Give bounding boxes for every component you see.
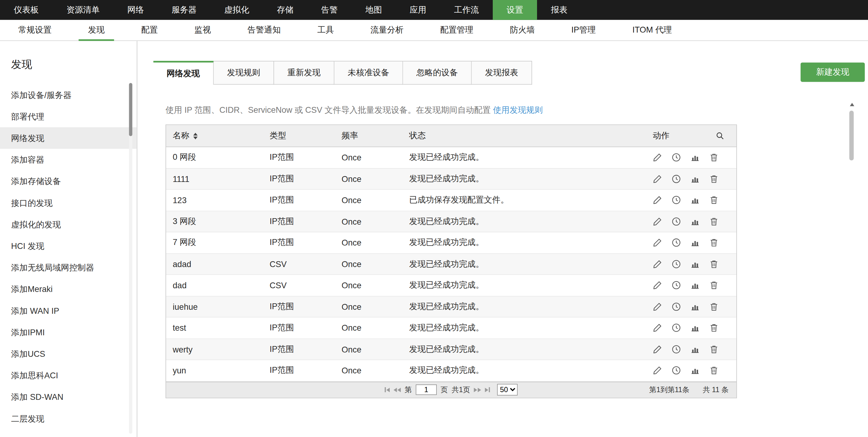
top-nav-item[interactable]: 设置 — [493, 0, 537, 20]
delete-icon[interactable] — [709, 196, 719, 205]
delete-icon[interactable] — [709, 217, 719, 226]
delete-icon[interactable] — [709, 344, 719, 354]
schedule-icon[interactable] — [672, 302, 681, 311]
sidebar-item[interactable]: 添加IPMI — [0, 322, 137, 343]
sidebar-item[interactable]: 添加无线局域网控制器 — [0, 257, 137, 278]
sidebar-item[interactable]: 添加设备/服务器 — [0, 84, 137, 106]
top-nav-item[interactable]: 工作流 — [440, 0, 493, 20]
main-scrollbar-thumb[interactable] — [849, 111, 854, 160]
top-nav-item[interactable]: 地图 — [351, 0, 396, 20]
sidebar-item[interactable]: 添加 WAN IP — [0, 300, 137, 322]
edit-icon[interactable] — [653, 174, 662, 184]
edit-icon[interactable] — [653, 302, 662, 311]
edit-icon[interactable] — [653, 280, 662, 290]
results-icon[interactable] — [690, 259, 700, 269]
cell-name[interactable]: iuehue — [166, 302, 263, 311]
delete-icon[interactable] — [709, 302, 719, 311]
previous-page-icon[interactable] — [394, 388, 401, 392]
sidebar-scrollbar[interactable] — [129, 83, 132, 434]
sort-icon[interactable] — [193, 132, 197, 139]
edit-icon[interactable] — [653, 196, 662, 205]
sidebar-item[interactable]: 添加容器 — [0, 149, 137, 170]
sub-nav-item[interactable]: 发现 — [70, 20, 123, 40]
results-icon[interactable] — [690, 323, 700, 333]
edit-icon[interactable] — [653, 259, 662, 269]
tab[interactable]: 网络发现 — [154, 61, 214, 85]
edit-icon[interactable] — [653, 238, 662, 247]
sub-nav-item[interactable]: 配置 — [123, 20, 176, 40]
sidebar-item[interactable]: 虚拟化的发现 — [0, 213, 137, 235]
delete-icon[interactable] — [709, 280, 719, 290]
page-size-select[interactable]: 50 — [497, 384, 518, 396]
table-row[interactable]: 1111 IP范围 Once 发现已经成功完成。 — [166, 168, 736, 190]
schedule-icon[interactable] — [672, 153, 681, 162]
sub-nav-item[interactable]: 常规设置 — [0, 20, 70, 40]
cell-name[interactable]: 123 — [166, 196, 263, 205]
sidebar-item[interactable]: 添加思科ACI — [0, 365, 137, 386]
search-icon[interactable] — [716, 132, 724, 140]
results-icon[interactable] — [690, 174, 700, 184]
sub-nav-item[interactable]: 工具 — [299, 20, 352, 40]
sub-nav-item[interactable]: 流量分析 — [352, 20, 422, 40]
results-icon[interactable] — [690, 196, 700, 205]
sub-nav-item[interactable]: 防火墙 — [492, 20, 553, 40]
sidebar-item[interactable]: 添加Meraki — [0, 278, 137, 300]
edit-icon[interactable] — [653, 153, 662, 162]
cell-name[interactable]: adad — [166, 259, 263, 269]
table-row[interactable]: werty IP范围 Once 发现已经成功完成。 — [166, 339, 736, 360]
results-icon[interactable] — [690, 344, 700, 354]
cell-name[interactable]: test — [166, 323, 263, 333]
table-row[interactable]: 123 IP范围 Once 已成功保存发现配置文件。 — [166, 190, 736, 211]
schedule-icon[interactable] — [672, 366, 681, 375]
discovery-rules-link[interactable]: 使用发现规则 — [493, 105, 543, 114]
sidebar-item[interactable]: 添加UCS — [0, 343, 137, 365]
tab[interactable]: 发现规则 — [214, 61, 274, 85]
sidebar-item[interactable]: HCI 发现 — [0, 235, 137, 257]
edit-icon[interactable] — [653, 323, 662, 333]
tab[interactable]: 未核准设备 — [334, 61, 403, 85]
scroll-up-icon[interactable] — [850, 103, 854, 106]
sub-nav-item[interactable]: 监视 — [176, 20, 229, 40]
top-nav-item[interactable]: 告警 — [307, 0, 351, 20]
sidebar-scrollbar-thumb[interactable] — [129, 83, 132, 136]
next-page-icon[interactable] — [474, 388, 481, 392]
table-row[interactable]: test IP范围 Once 发现已经成功完成。 — [166, 317, 736, 339]
schedule-icon[interactable] — [672, 238, 681, 247]
sub-nav-item[interactable]: 告警通知 — [229, 20, 299, 40]
column-name[interactable]: 名称 — [166, 131, 263, 141]
edit-icon[interactable] — [653, 217, 662, 226]
schedule-icon[interactable] — [672, 217, 681, 226]
delete-icon[interactable] — [709, 153, 719, 162]
top-nav-item[interactable]: 应用 — [396, 0, 440, 20]
delete-icon[interactable] — [709, 259, 719, 269]
top-nav-item[interactable]: 资源清单 — [53, 0, 114, 20]
sidebar-item[interactable]: 部署代理 — [0, 106, 137, 127]
top-nav-item[interactable]: 仪表板 — [0, 0, 53, 20]
delete-icon[interactable] — [709, 174, 719, 184]
results-icon[interactable] — [690, 153, 700, 162]
page-number-input[interactable] — [416, 384, 437, 395]
schedule-icon[interactable] — [672, 196, 681, 205]
cell-name[interactable]: dad — [166, 280, 263, 290]
table-row[interactable]: dad CSV Once 发现已经成功完成。 — [166, 275, 736, 296]
cell-name[interactable]: yun — [166, 366, 263, 375]
sidebar-item[interactable]: 接口的发现 — [0, 192, 137, 213]
schedule-icon[interactable] — [672, 280, 681, 290]
tab[interactable]: 忽略的设备 — [403, 61, 471, 85]
sidebar-item[interactable]: 添加 SD-WAN — [0, 386, 137, 407]
new-discovery-button[interactable]: 新建发现 — [801, 62, 865, 82]
schedule-icon[interactable] — [672, 323, 681, 333]
sub-nav-item[interactable]: ITOM 代理 — [614, 20, 690, 40]
sidebar-item[interactable]: 添加存储设备 — [0, 170, 137, 192]
results-icon[interactable] — [690, 302, 700, 311]
sidebar-item[interactable]: 网络发现 — [0, 127, 137, 149]
schedule-icon[interactable] — [672, 174, 681, 184]
edit-icon[interactable] — [653, 366, 662, 375]
delete-icon[interactable] — [709, 323, 719, 333]
delete-icon[interactable] — [709, 366, 719, 375]
main-scrollbar[interactable] — [849, 103, 855, 435]
edit-icon[interactable] — [653, 344, 662, 354]
table-row[interactable]: 0 网段 IP范围 Once 发现已经成功完成。 — [166, 147, 736, 168]
sidebar-item[interactable]: 二层发现 — [0, 408, 137, 429]
table-row[interactable]: 7 网段 IP范围 Once 发现已经成功完成。 — [166, 232, 736, 254]
